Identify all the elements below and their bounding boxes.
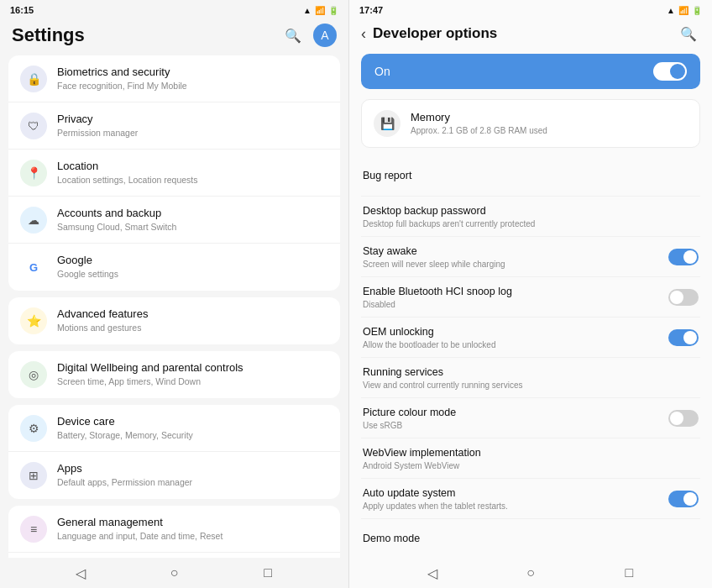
right-wifi-icon: 📶: [678, 6, 688, 15]
home-nav-button[interactable]: ○: [164, 563, 184, 583]
dev-item-title-auto_update: Auto update system: [363, 486, 668, 500]
settings-group-group4: ⚙ Device care Battery, Storage, Memory, …: [8, 405, 340, 499]
dev-item-text-desktop_backup: Desktop backup password Desktop full bac…: [363, 204, 699, 228]
item-title-biometrics: Biometrics and security: [57, 66, 328, 80]
item-title-google: Google: [57, 254, 328, 268]
settings-item-advanced[interactable]: ⭐ Advanced features Motions and gestures: [8, 297, 340, 344]
on-banner[interactable]: On: [361, 54, 700, 89]
item-text-general_mgmt: General management Language and input, D…: [57, 516, 328, 543]
settings-item-digital[interactable]: ◎ Digital Wellbeing and parental control…: [8, 351, 340, 398]
right-signal-icon: ▲: [667, 6, 675, 15]
dev-item-subtitle-running_services: View and control currently running servi…: [363, 381, 699, 390]
settings-item-google[interactable]: G Google Google settings: [8, 244, 340, 291]
left-battery-icon: 🔋: [328, 6, 338, 15]
dev-item-title-bug_report: Bug report: [363, 169, 699, 182]
dev-item-bluetooth_hci[interactable]: Enable Bluetooth HCI snoop log Disabled: [361, 277, 700, 318]
toggle-stay_awake[interactable]: [668, 249, 699, 265]
status-bar-right: 17:47 ▲ 📶 🔋: [349, 0, 712, 17]
item-icon-apps: ⊞: [20, 462, 47, 489]
settings-item-general_mgmt[interactable]: ≡ General management Language and input,…: [8, 506, 340, 553]
settings-item-privacy[interactable]: 🛡 Privacy Permission manager: [8, 102, 340, 150]
item-icon-biometrics: 🔒: [20, 66, 47, 92]
item-icon-general_mgmt: ≡: [20, 516, 47, 543]
right-panel: 17:47 ▲ 📶 🔋 ‹ Developer options 🔍 On 💾 M…: [348, 0, 712, 588]
dev-item-title-picture_colour: Picture colour mode: [363, 406, 668, 419]
settings-item-biometrics[interactable]: 🔒 Biometrics and security Face recogniti…: [8, 55, 340, 102]
memory-text: Memory Approx. 2.1 GB of 2.8 GB RAM used: [411, 111, 547, 137]
item-title-advanced: Advanced features: [57, 307, 328, 322]
toggle-auto_update[interactable]: [668, 491, 699, 507]
item-text-biometrics: Biometrics and security Face recognition…: [57, 66, 328, 92]
left-header: Settings 🔍 A: [0, 17, 348, 55]
dev-item-title-demo_mode: Demo mode: [363, 532, 699, 545]
left-status-icons: ▲ 📶 🔋: [303, 6, 338, 15]
dev-item-subtitle-oem_unlocking: Allow the bootloader to be unlocked: [363, 340, 668, 349]
dev-item-title-running_services: Running services: [363, 365, 699, 379]
left-header-title: Settings: [12, 24, 85, 46]
item-text-device_care: Device care Battery, Storage, Memory, Se…: [57, 415, 328, 442]
toggle-picture_colour[interactable]: [668, 410, 699, 427]
dev-item-stay_awake[interactable]: Stay awake Screen will never sleep while…: [361, 237, 700, 277]
settings-item-accounts[interactable]: ☁ Accounts and backup Samsung Cloud, Sma…: [8, 197, 340, 244]
item-icon-google: G: [20, 254, 47, 281]
item-icon-device_care: ⚙: [20, 415, 47, 442]
dev-item-bug_report[interactable]: Bug report: [361, 156, 700, 197]
dev-item-demo_mode[interactable]: Demo mode: [361, 519, 700, 558]
settings-item-device_care[interactable]: ⚙ Device care Battery, Storage, Memory, …: [8, 405, 340, 452]
right-header-left: ‹ Developer options: [361, 25, 497, 43]
dev-item-desktop_backup[interactable]: Desktop backup password Desktop full bac…: [361, 197, 700, 237]
item-text-accounts: Accounts and backup Samsung Cloud, Smart…: [57, 207, 328, 234]
right-search-button[interactable]: 🔍: [677, 22, 700, 45]
right-home-nav-button[interactable]: ○: [521, 563, 541, 583]
dev-item-auto_update[interactable]: Auto update system Apply updates when th…: [361, 479, 700, 519]
dev-item-webview[interactable]: WebView implementation Android System We…: [361, 438, 700, 479]
toggle-oem_unlocking[interactable]: [668, 329, 699, 346]
item-icon-location: 📍: [20, 160, 47, 186]
recents-nav-button[interactable]: □: [258, 563, 278, 583]
dev-item-text-auto_update: Auto update system Apply updates when th…: [363, 486, 668, 510]
left-status-time: 16:15: [10, 5, 34, 15]
item-text-privacy: Privacy Permission manager: [57, 113, 328, 139]
dev-item-text-running_services: Running services View and control curren…: [363, 365, 699, 389]
memory-card[interactable]: 💾 Memory Approx. 2.1 GB of 2.8 GB RAM us…: [361, 99, 700, 148]
item-subtitle-digital: Screen time, App timers, Wind Down: [57, 376, 328, 388]
back-nav-button[interactable]: ◁: [71, 563, 91, 583]
left-header-icons: 🔍 A: [281, 24, 337, 47]
right-recents-nav-button[interactable]: □: [619, 563, 639, 583]
dev-item-text-webview: WebView implementation Android System We…: [363, 446, 699, 470]
item-title-location: Location: [57, 160, 328, 174]
toggle-bluetooth_hci[interactable]: [668, 289, 699, 306]
dev-item-title-desktop_backup: Desktop backup password: [363, 204, 699, 218]
right-status-time: 17:47: [359, 5, 383, 15]
right-header: ‹ Developer options 🔍: [349, 17, 712, 54]
dev-list: On 💾 Memory Approx. 2.1 GB of 2.8 GB RAM…: [349, 54, 712, 558]
right-back-nav-button[interactable]: ◁: [422, 563, 442, 583]
dev-item-subtitle-stay_awake: Screen will never sleep while charging: [363, 260, 668, 269]
right-back-button[interactable]: ‹: [361, 25, 366, 43]
dev-item-running_services[interactable]: Running services View and control curren…: [361, 358, 700, 398]
item-title-apps: Apps: [57, 462, 328, 476]
dev-item-title-bluetooth_hci: Enable Bluetooth HCI snoop log: [363, 285, 668, 298]
item-subtitle-biometrics: Face recognition, Find My Mobile: [57, 81, 328, 92]
item-subtitle-device_care: Battery, Storage, Memory, Security: [57, 430, 328, 442]
dev-item-picture_colour[interactable]: Picture colour mode Use sRGB: [361, 398, 700, 438]
item-text-digital: Digital Wellbeing and parental controls …: [57, 361, 328, 388]
right-status-icons: ▲ 📶 🔋: [667, 6, 702, 15]
item-subtitle-general_mgmt: Language and input, Date and time, Reset: [57, 531, 328, 543]
right-battery-icon: 🔋: [692, 6, 702, 15]
item-text-google: Google Google settings: [57, 254, 328, 281]
item-subtitle-advanced: Motions and gestures: [57, 323, 328, 334]
avatar[interactable]: A: [313, 24, 337, 47]
settings-item-apps[interactable]: ⊞ Apps Default apps, Permission manager: [8, 452, 340, 499]
settings-item-location[interactable]: 📍 Location Location settings, Location r…: [8, 150, 340, 197]
search-button[interactable]: 🔍: [281, 24, 305, 47]
dev-item-text-oem_unlocking: OEM unlocking Allow the bootloader to be…: [363, 325, 668, 349]
item-icon-privacy: 🛡: [20, 113, 47, 139]
memory-title: Memory: [411, 111, 547, 125]
right-nav-bar: ◁ ○ □: [349, 558, 712, 588]
dev-item-text-bluetooth_hci: Enable Bluetooth HCI snoop log Disabled: [363, 285, 668, 308]
dev-item-oem_unlocking[interactable]: OEM unlocking Allow the bootloader to be…: [361, 318, 700, 358]
on-toggle[interactable]: [653, 62, 687, 81]
item-subtitle-accounts: Samsung Cloud, Smart Switch: [57, 222, 328, 234]
item-text-apps: Apps Default apps, Permission manager: [57, 462, 328, 489]
